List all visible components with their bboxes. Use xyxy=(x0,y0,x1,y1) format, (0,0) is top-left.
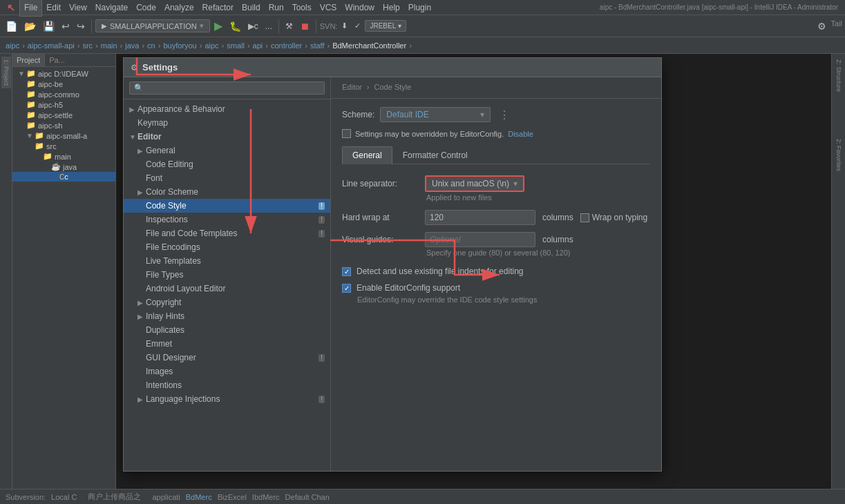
scheme-more-button[interactable]: ⋮ xyxy=(496,108,513,122)
run-button[interactable]: ▶ xyxy=(211,18,225,34)
settings-file-templates[interactable]: File and Code Templates ! xyxy=(124,226,330,240)
debug-button[interactable]: 🐛 xyxy=(227,19,244,33)
breadcrumb-cn[interactable]: cn xyxy=(147,41,155,50)
menu-analyze[interactable]: Analyze xyxy=(160,0,198,15)
packages-tab[interactable]: Pa... xyxy=(45,54,69,66)
tree-main[interactable]: 📁 main xyxy=(12,151,115,162)
tree-aipc-be[interactable]: 📁 aipc-be xyxy=(12,79,115,89)
settings-general[interactable]: ▶ General xyxy=(124,144,330,157)
toolbar-new[interactable]: 📄 xyxy=(3,19,20,33)
settings-keymap[interactable]: Keymap xyxy=(124,116,330,130)
tree-aipc-settle[interactable]: 📁 aipc-settle xyxy=(12,110,115,120)
line-separator-dropdown[interactable]: Unix and macOS (\n) ▾ xyxy=(425,175,524,192)
menu-view[interactable]: View xyxy=(65,0,91,15)
visual-guides-input[interactable] xyxy=(425,232,535,247)
breadcrumb-small-api[interactable]: aipc-small-api xyxy=(28,41,75,50)
settings-emmet[interactable]: Emmet xyxy=(124,337,330,351)
tree-aipc-commo[interactable]: 📁 aipc-commo xyxy=(12,89,115,99)
breadcrumb-aipc2[interactable]: aipc xyxy=(205,41,218,50)
wrap-typing-checkbox[interactable] xyxy=(580,213,589,222)
settings-editor-group[interactable]: ▼ Editor xyxy=(124,130,330,144)
breadcrumb-buyforyou[interactable]: buyforyou xyxy=(163,41,196,50)
disable-link[interactable]: Disable xyxy=(508,130,533,138)
settings-file-types[interactable]: File Types xyxy=(124,268,330,282)
structure-strip[interactable]: Z: Structure xyxy=(834,57,844,95)
default-chan-item[interactable]: Default Chan xyxy=(285,493,330,501)
stop-btn[interactable]: ⏹ xyxy=(297,19,312,33)
toolbar-undo[interactable]: ↩ xyxy=(59,19,73,33)
applicati-item[interactable]: applicati xyxy=(152,493,180,501)
editorconfig-checkbox[interactable]: ✓ xyxy=(342,284,351,293)
settings-live-templates[interactable]: Live Templates xyxy=(124,254,330,268)
menu-refactor[interactable]: Refactor xyxy=(198,0,238,15)
menu-build[interactable]: Build xyxy=(238,0,265,15)
tree-root[interactable]: ▼ 📁 aipc D:\IDEAW xyxy=(12,68,115,79)
tree-aipc-sh[interactable]: 📁 aipc-sh xyxy=(12,120,115,130)
tree-java[interactable]: ☕ java xyxy=(12,162,115,172)
more-run[interactable]: ... xyxy=(263,20,275,32)
menu-window[interactable]: Window xyxy=(341,0,379,15)
breadcrumb-small[interactable]: small xyxy=(227,41,245,50)
settings-file-encodings[interactable]: File Encodings xyxy=(124,240,330,254)
bizexcel-item[interactable]: BizExcel xyxy=(218,493,247,501)
run-config-selector[interactable]: ▶ SMALLAPIAPPLICATION ▾ xyxy=(95,19,210,32)
breadcrumb-api[interactable]: api xyxy=(253,41,263,50)
breadcrumb-bdmerchant[interactable]: BdMerchantController xyxy=(332,41,406,50)
breadcrumb-controller[interactable]: controller xyxy=(271,41,302,50)
tree-c-file[interactable]: C c xyxy=(12,172,115,182)
vcs-update[interactable]: ⬇ xyxy=(339,20,350,32)
tree-aipc-h5[interactable]: 📁 aipc-h5 xyxy=(12,99,115,110)
override-checkbox[interactable] xyxy=(342,129,351,138)
menu-vcs[interactable]: VCS xyxy=(316,0,341,15)
tree-aipc-small[interactable]: ▼ 📁 aipc-small-a xyxy=(12,130,115,141)
settings-lang-injections[interactable]: ▶ Language Injections ! xyxy=(124,392,330,406)
toolbar-redo[interactable]: ↪ xyxy=(74,19,88,33)
settings-inspections[interactable]: Inspections ! xyxy=(124,213,330,226)
detect-indent-checkbox[interactable]: ✓ xyxy=(342,267,351,276)
tab-general[interactable]: General xyxy=(342,146,392,164)
settings-search-input[interactable] xyxy=(146,84,320,93)
menu-run[interactable]: Run xyxy=(265,0,288,15)
jrebel-btn[interactable]: JREBEL ▾ xyxy=(365,20,406,32)
project-strip[interactable]: 1: Project xyxy=(1,57,11,88)
menu-edit[interactable]: Edit xyxy=(42,0,65,15)
breadcrumb-staff[interactable]: staff xyxy=(310,41,325,50)
settings-intentions[interactable]: Intentions xyxy=(124,378,330,392)
toolbar-open[interactable]: 📂 xyxy=(21,19,39,33)
menu-navigate[interactable]: Navigate xyxy=(91,0,132,15)
tree-src[interactable]: 📁 src xyxy=(12,141,115,151)
menu-help[interactable]: Help xyxy=(379,0,404,15)
toolbar-save[interactable]: 💾 xyxy=(40,19,57,33)
settings-inlay-hints[interactable]: ▶ Inlay Hints xyxy=(124,309,330,323)
scheme-dropdown[interactable]: Default IDE ▾ xyxy=(380,107,491,122)
hard-wrap-input[interactable] xyxy=(425,210,535,225)
tab-formatter-control[interactable]: Formatter Control xyxy=(392,146,478,164)
ibdmerc-item[interactable]: IbdMerc xyxy=(252,493,280,501)
settings-copyright[interactable]: ▶ Copyright xyxy=(124,295,330,309)
menu-code[interactable]: Code xyxy=(132,0,160,15)
settings-color-scheme[interactable]: ▶ Color Scheme xyxy=(124,185,330,199)
run-coverage[interactable]: ▶c xyxy=(245,20,261,32)
settings-duplicates[interactable]: Duplicates xyxy=(124,323,330,337)
settings-font[interactable]: Font xyxy=(124,171,330,185)
menu-tools[interactable]: Tools xyxy=(288,0,316,15)
line-sep-label: Line separator: xyxy=(342,179,418,188)
settings-btn[interactable]: ⚙ xyxy=(815,19,829,33)
vcs-commit[interactable]: ✓ xyxy=(352,20,363,32)
settings-images[interactable]: Images xyxy=(124,365,330,378)
project-tab[interactable]: Project xyxy=(12,54,45,66)
settings-appearance[interactable]: ▶ Appearance & Behavior xyxy=(124,102,330,116)
bdmerc-item[interactable]: BdMerc xyxy=(186,493,212,501)
breadcrumb-main[interactable]: main xyxy=(101,41,117,50)
breadcrumb-aipc[interactable]: aipc xyxy=(6,41,19,50)
breadcrumb-java[interactable]: java xyxy=(125,41,139,50)
favorites-strip[interactable]: 2: Favorites xyxy=(834,136,844,174)
settings-code-editing[interactable]: Code Editing xyxy=(124,157,330,171)
menu-plugin[interactable]: Plugin xyxy=(404,0,435,15)
menu-file[interactable]: File xyxy=(19,0,42,17)
settings-android-layout[interactable]: Android Layout Editor xyxy=(124,282,330,295)
settings-code-style[interactable]: Code Style ! xyxy=(124,199,330,213)
build-btn[interactable]: ⚒ xyxy=(283,20,296,32)
breadcrumb-src[interactable]: src xyxy=(82,41,93,50)
settings-gui-designer[interactable]: GUI Designer ! xyxy=(124,351,330,365)
